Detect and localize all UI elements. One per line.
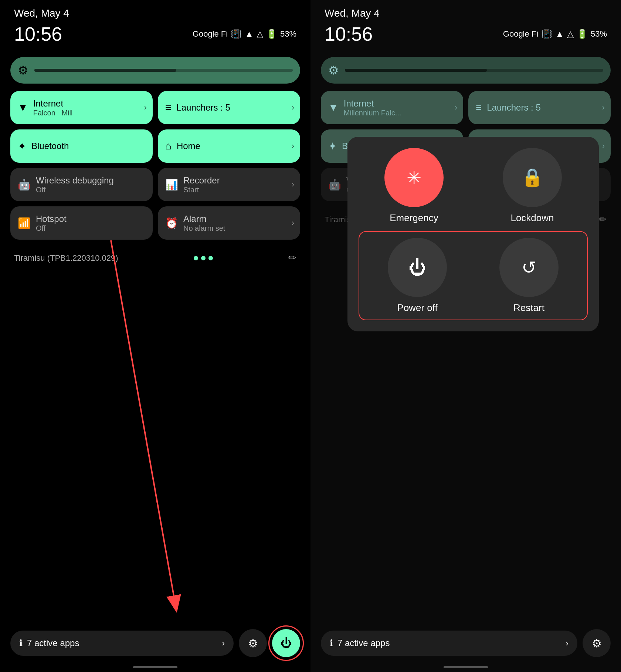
lockdown-circle[interactable]: 🔒 xyxy=(503,148,562,207)
emergency-item[interactable]: ✳ Emergency xyxy=(359,148,469,224)
chevron-home: › xyxy=(292,141,294,151)
signal-icon-right: △ xyxy=(567,29,574,39)
power-btn-left[interactable]: ⏻ xyxy=(272,629,300,657)
home-tile-icon: ⌂ xyxy=(165,140,172,152)
brightness-slider-left[interactable]: ⚙ xyxy=(10,57,300,84)
tile-bluetooth-label: Bluetooth xyxy=(31,141,69,151)
poweroff-item[interactable]: ⏻ Power off xyxy=(365,238,469,314)
tile-internet-left[interactable]: ▼ Internet Falcon Mill › xyxy=(10,91,153,124)
tile-bluetooth-left[interactable]: ✦ Bluetooth xyxy=(10,129,153,163)
battery-icon-right: 🔋 xyxy=(577,29,588,39)
lockdown-label: Lockdown xyxy=(510,212,554,224)
emergency-circle[interactable]: ✳ xyxy=(384,148,444,207)
chevron-active-apps-right: › xyxy=(566,638,569,648)
poweroff-circle[interactable]: ⏻ xyxy=(388,238,447,297)
brightness-icon-right: ⚙ xyxy=(328,63,339,77)
tile-hotspot-left[interactable]: 📶 Hotspot Off xyxy=(10,206,153,240)
tile-launchers-right[interactable]: ≡ Launchers : 5 › xyxy=(468,91,611,124)
tiles-grid-left: ▼ Internet Falcon Mill › ≡ Launchers : 5… xyxy=(10,91,300,240)
tile-launchers-label: Launchers : 5 xyxy=(176,102,230,113)
active-apps-label-right: 7 active apps xyxy=(337,638,390,648)
active-apps-btn-left[interactable]: ℹ 7 active apps › xyxy=(10,631,234,656)
wifi-icon-right: ▲ xyxy=(555,29,564,39)
emergency-icon: ✳ xyxy=(407,167,421,188)
bottom-bar-right: ℹ 7 active apps › ⚙ xyxy=(321,629,611,657)
tile-wireless-debug-left[interactable]: 🤖 Wireless debugging Off xyxy=(10,168,153,201)
tile-internet-right[interactable]: ▼ Internet Millennium Falc... › xyxy=(321,91,463,124)
tile-alarm-sub: No alarm set xyxy=(183,224,225,233)
carrier-left: Google Fi xyxy=(193,29,228,39)
tile-launchers-r-label: Launchers : 5 xyxy=(487,102,540,113)
brightness-slider-right[interactable]: ⚙ xyxy=(321,57,611,84)
date-left: Wed, May 4 xyxy=(14,7,69,19)
bluetooth-tile-icon-r: ✦ xyxy=(328,140,337,152)
date-right: Wed, May 4 xyxy=(325,7,380,19)
restart-icon: ↺ xyxy=(522,257,536,278)
lockdown-icon: 🔒 xyxy=(521,167,543,188)
recorder-tile-icon: 📊 xyxy=(165,179,178,191)
tile-home-left[interactable]: ⌂ Home › xyxy=(158,129,300,163)
status-row-left: 10:56 Google Fi 📳 ▲ △ 🔋 53% xyxy=(10,23,300,53)
edit-icon-right[interactable]: ✏ xyxy=(599,214,607,225)
settings-btn-right[interactable]: ⚙ xyxy=(583,629,611,657)
carrier-right: Google Fi xyxy=(503,29,538,39)
tile-internet-sub: Falcon Mill xyxy=(33,109,73,117)
status-icons-right: Google Fi 📳 ▲ △ 🔋 53% xyxy=(503,29,607,39)
device-info-left: Tiramisu (TPB1.220310.029) ✏ xyxy=(10,245,300,271)
brightness-fill-right xyxy=(345,69,487,72)
restart-circle[interactable]: ↺ xyxy=(499,238,559,297)
chevron-internet-r: › xyxy=(455,103,457,112)
nav-indicator-right xyxy=(444,666,488,668)
tile-alarm-left[interactable]: ⏰ Alarm No alarm set › xyxy=(158,206,300,240)
status-bar-left: Wed, May 4 xyxy=(10,0,300,23)
wifi-tile-icon-r: ▼ xyxy=(328,102,339,114)
settings-btn-left[interactable]: ⚙ xyxy=(239,629,267,657)
alarm-tile-icon: ⏰ xyxy=(165,217,178,229)
brightness-icon-left: ⚙ xyxy=(18,63,28,77)
active-apps-label-left: 7 active apps xyxy=(27,638,79,648)
power-btn-ring-left xyxy=(268,625,304,661)
restart-item[interactable]: ↺ Restart xyxy=(477,238,581,314)
edit-icon-left[interactable]: ✏ xyxy=(288,252,296,264)
nav-indicator-left xyxy=(133,666,177,668)
info-icon-right: ℹ xyxy=(330,638,333,648)
brightness-fill-left xyxy=(34,69,176,72)
status-icons-left: Google Fi 📳 ▲ △ 🔋 53% xyxy=(193,29,296,39)
page-dots-left xyxy=(194,256,213,260)
poweroff-icon: ⏻ xyxy=(408,257,426,278)
dot-3 xyxy=(208,256,213,260)
dot-1 xyxy=(194,256,198,260)
tile-recorder-sub: Start xyxy=(183,186,220,194)
status-bar-right: Wed, May 4 xyxy=(321,0,611,23)
left-panel: Wed, May 4 10:56 Google Fi 📳 ▲ △ 🔋 53% ⚙… xyxy=(0,0,310,672)
tile-hotspot-label: Hotspot xyxy=(36,214,67,224)
tile-internet-r-label: Internet xyxy=(344,98,401,109)
layers-tile-icon-r: ≡ xyxy=(476,102,482,114)
debug-tile-icon: 🤖 xyxy=(18,179,31,191)
device-name-left: Tiramisu (TPB1.220310.029) xyxy=(14,253,118,263)
settings-icon-right: ⚙ xyxy=(592,637,602,650)
chevron-x-r: › xyxy=(602,141,605,151)
chevron-launchers-r: › xyxy=(602,103,605,112)
signal-icon: △ xyxy=(257,29,263,39)
tile-launchers-left[interactable]: ≡ Launchers : 5 › xyxy=(158,91,300,124)
poweroff-label: Power off xyxy=(397,302,437,314)
chevron-launchers: › xyxy=(292,103,294,112)
brightness-track-left[interactable] xyxy=(34,69,293,72)
brightness-track-right[interactable] xyxy=(345,69,603,72)
status-row-right: 10:56 Google Fi 📳 ▲ △ 🔋 53% xyxy=(321,23,611,53)
power-bottom-row: ⏻ Power off ↺ Restart xyxy=(359,231,588,320)
tile-internet-r-sub: Millennium Falc... xyxy=(344,109,401,117)
hotspot-tile-icon: 📶 xyxy=(18,217,31,229)
tile-recorder-left[interactable]: 📊 Recorder Start › xyxy=(158,168,300,201)
tile-home-label: Home xyxy=(177,141,200,151)
lockdown-item[interactable]: 🔒 Lockdown xyxy=(477,148,588,224)
w-tile-icon-r: 🤖 xyxy=(328,179,341,191)
active-apps-btn-right[interactable]: ℹ 7 active apps › xyxy=(321,631,577,656)
time-left: 10:56 xyxy=(14,23,62,45)
battery-pct-right: 53% xyxy=(591,29,607,39)
chevron-recorder: › xyxy=(292,180,294,189)
settings-icon-left: ⚙ xyxy=(248,637,258,650)
chevron-active-apps-left: › xyxy=(222,638,225,648)
chevron-alarm: › xyxy=(292,218,294,228)
